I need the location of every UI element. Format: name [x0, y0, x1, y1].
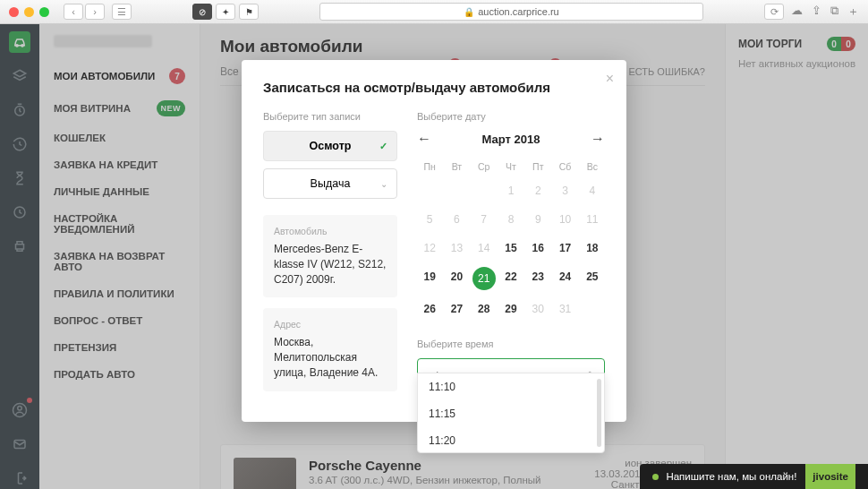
time-dropdown: 11:1011:1511:20 [417, 373, 605, 453]
calendar-day: 5 [417, 206, 442, 233]
add-tab-icon[interactable]: ＋ [847, 4, 859, 20]
calendar-day: 3 [552, 177, 577, 204]
calendar-day[interactable]: 20 [444, 263, 469, 294]
calendar-day[interactable]: 21 [472, 267, 496, 290]
minimize-window-icon[interactable] [24, 7, 34, 17]
browser-chrome: ‹ › ☰ ⊘ ✦ ⚑ 🔒 auction.carprice.ru ⟳ ☁ ⇪ … [0, 0, 868, 24]
chat-brand: jivosite [805, 464, 855, 489]
calendar-dow: Вт [444, 158, 469, 176]
prev-month-button[interactable]: ← [417, 131, 431, 147]
time-option[interactable]: 11:10 [418, 373, 604, 400]
calendar-dow: Чт [498, 158, 523, 176]
reload-button[interactable]: ⟳ [764, 4, 784, 20]
calendar-day: 13 [444, 235, 469, 262]
chat-widget[interactable]: Напишите нам, мы онлайн! jivosite [640, 464, 868, 489]
modal-title: Записаться на осмотр/выдачу автомобиля [263, 80, 605, 95]
check-icon: ✓ [379, 141, 387, 152]
window-dots [9, 7, 49, 17]
calendar-day[interactable]: 16 [525, 235, 550, 262]
ext-icon-3[interactable]: ⚑ [239, 4, 259, 20]
calendar-day: 7 [472, 206, 497, 233]
calendar-day[interactable]: 28 [472, 296, 497, 322]
calendar-day [444, 177, 469, 204]
month-label: Март 2018 [482, 133, 540, 146]
calendar-dow: Ср [472, 158, 497, 176]
calendar-dow: Пн [417, 158, 442, 176]
chevron-down-icon: ⌄ [380, 179, 387, 189]
car-panel-text: Mercedes-Benz E-klasse IV (W212, S212, C… [274, 242, 387, 287]
type-label: Выберите тип записи [263, 111, 397, 122]
time-option[interactable]: 11:20 [418, 427, 604, 453]
type-inspection-button[interactable]: Осмотр✓ [263, 131, 397, 161]
appointment-modal: × Записаться на осмотр/выдачу автомобиля… [242, 60, 626, 422]
close-icon[interactable]: × [606, 71, 614, 87]
online-dot-icon [652, 474, 659, 480]
car-panel-label: Автомобиль [274, 226, 387, 236]
calendar-day[interactable]: 17 [552, 235, 577, 262]
back-button[interactable]: ‹ [64, 4, 83, 20]
sidebar-toggle[interactable]: ☰ [112, 4, 132, 20]
calendar-day: 10 [552, 206, 577, 233]
address-panel-text: Москва, Мелитопольская улица, Владение 4… [274, 335, 387, 380]
lock-icon: 🔒 [464, 7, 474, 17]
close-window-icon[interactable] [9, 7, 19, 17]
cloud-icon[interactable]: ☁ [791, 4, 803, 20]
calendar-day: 8 [498, 206, 523, 233]
calendar-day: 14 [472, 235, 497, 262]
calendar-day: 6 [444, 206, 469, 233]
type-pickup-button[interactable]: Выдача⌄ [263, 168, 397, 199]
ext-icon-2[interactable]: ✦ [216, 4, 235, 20]
scrollbar[interactable] [597, 379, 601, 447]
modal-overlay[interactable]: × Записаться на осмотр/выдачу автомобиля… [0, 24, 868, 489]
calendar-day[interactable]: 22 [498, 263, 523, 294]
calendar-day: 31 [552, 296, 577, 322]
forward-button[interactable]: › [85, 4, 105, 20]
time-option[interactable]: 11:15 [418, 400, 604, 427]
address-bar[interactable]: 🔒 auction.carprice.ru [319, 3, 703, 21]
calendar-day [472, 177, 497, 204]
address-panel-label: Адрес [274, 319, 387, 330]
calendar-day[interactable]: 18 [580, 235, 605, 262]
time-label: Выберите время [417, 339, 605, 349]
calendar-day: 30 [525, 296, 550, 322]
calendar-dow: Сб [552, 158, 577, 176]
calendar-day[interactable]: 23 [525, 263, 550, 294]
calendar-day[interactable]: 19 [417, 263, 442, 294]
calendar-day[interactable]: 26 [417, 296, 442, 322]
tabs-icon[interactable]: ⧉ [830, 4, 838, 20]
calendar-day[interactable]: 27 [444, 296, 469, 322]
calendar-day: 4 [580, 177, 605, 204]
calendar-grid: ПнВтСрЧтПтСбВс12345678910111213141516171… [417, 158, 605, 322]
ext-icon-1[interactable]: ⊘ [192, 4, 212, 20]
calendar-day: 12 [417, 235, 442, 262]
calendar-day [417, 177, 442, 204]
address-text: auction.carprice.ru [478, 6, 559, 17]
calendar-dow: Пт [525, 158, 550, 176]
calendar-day[interactable]: 15 [498, 235, 523, 262]
calendar-day: 2 [525, 177, 550, 204]
calendar-day[interactable]: 29 [498, 296, 523, 322]
calendar-day: 11 [580, 206, 605, 233]
calendar-day: 9 [525, 206, 550, 233]
maximize-window-icon[interactable] [39, 7, 49, 17]
address-panel: Адрес Москва, Мелитопольская улица, Влад… [263, 308, 397, 390]
calendar-dow: Вс [580, 158, 605, 176]
calendar-day[interactable]: 24 [552, 263, 577, 294]
calendar-day[interactable]: 25 [580, 263, 605, 294]
calendar-day: 1 [498, 177, 523, 204]
share-icon[interactable]: ⇪ [812, 4, 821, 20]
chat-text: Напишите нам, мы онлайн! [666, 471, 796, 482]
car-info-panel: Автомобиль Mercedes-Benz E-klasse IV (W2… [263, 215, 397, 297]
next-month-button[interactable]: → [591, 131, 605, 147]
date-label: Выберите дату [417, 111, 605, 122]
